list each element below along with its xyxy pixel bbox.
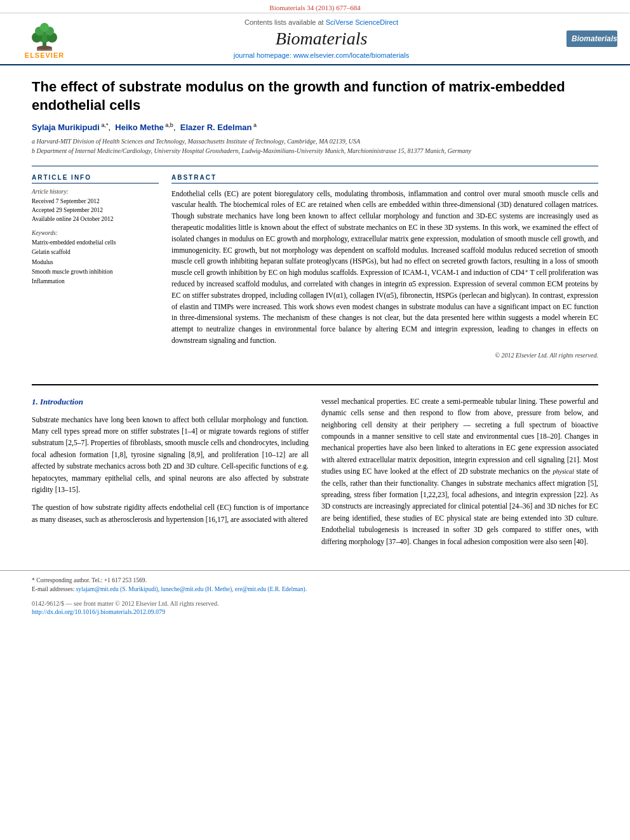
available-at-text: Contents lists available at SciVerse Sci… [83, 18, 560, 26]
body-left-col: 1. Introduction Substrate mechanics have… [32, 396, 309, 554]
sciverse-link[interactable]: SciVerse ScienceDirect [326, 18, 398, 26]
affiliation-1: a Harvard-MIT Division of Health Science… [32, 137, 598, 146]
intro-para-2: The question of how substrate rigidity a… [32, 502, 309, 525]
author-1-sup: a,* [100, 122, 109, 128]
article-info-panel: ARTICLE INFO Article history: Received 7… [32, 174, 159, 359]
elsevier-logo-area: ELSEVIER [6, 18, 83, 59]
journal-citation: Biomaterials 34 (2013) 677–684 [269, 4, 360, 11]
accepted-text: Accepted 29 September 2012 [32, 206, 159, 215]
keywords-label: Keywords: [32, 230, 159, 236]
right-col-para-1: vessel mechanical properties. EC create … [321, 396, 598, 547]
intro-heading: 1. Introduction [32, 396, 309, 409]
author-3: Elazer R. Edelman [180, 123, 252, 133]
article-info-abstract: ARTICLE INFO Article history: Received 7… [32, 166, 598, 359]
available-text: Available online 24 October 2012 [32, 215, 159, 223]
elsevier-text: ELSEVIER [25, 51, 64, 59]
biomaterials-badge: Biomaterials [566, 30, 617, 47]
biomaterials-badge-area: Biomaterials [560, 30, 624, 47]
keywords-list: Matrix-embedded endothelial cells Gelati… [32, 238, 159, 286]
authors-line: Sylaja Murikipudi a,*, Heiko Methe a,b, … [32, 122, 598, 132]
keyword-1: Matrix-embedded endothelial cells [32, 238, 159, 248]
received-text: Received 7 September 2012 [32, 197, 159, 206]
affiliations: a Harvard-MIT Division of Health Science… [32, 137, 598, 156]
affiliation-2: b Department of Internal Medicine/Cardio… [32, 146, 598, 156]
abstract-label: ABSTRACT [171, 174, 598, 183]
journal-title: Biomaterials [83, 29, 560, 49]
history-block: Article history: Received 7 September 20… [32, 189, 159, 224]
svg-point-7 [40, 23, 49, 32]
keyword-2: Gelatin scaffold [32, 248, 159, 257]
doi-line[interactable]: http://dx.doi.org/10.1016/j.biomaterials… [32, 608, 598, 615]
issn-line: 0142-9612/$ — see front matter © 2012 El… [32, 600, 598, 607]
article-title: The effect of substrate modulus on the g… [32, 78, 598, 114]
journal-center: Contents lists available at SciVerse Sci… [83, 18, 560, 59]
keyword-5: Inflammation [32, 277, 159, 286]
svg-point-9 [37, 46, 52, 50]
badge-title: Biomaterials [572, 34, 612, 43]
journal-header: ELSEVIER Contents lists available at Sci… [0, 13, 630, 65]
copyright-line: © 2012 Elsevier Ltd. All rights reserved… [171, 352, 598, 359]
author-2: Heiko Methe [115, 123, 164, 133]
article-info-label: ARTICLE INFO [32, 174, 159, 183]
footnote-area: * Corresponding author. Tel.: +1 617 253… [0, 570, 630, 618]
email-label: E-mail addresses: [32, 586, 74, 592]
article-content: The effect of substrate modulus on the g… [0, 65, 630, 384]
author-1: Sylaja Murikipudi [32, 123, 100, 133]
email-addresses[interactable]: sylajam@mit.edu (S. Murikipudi), luneche… [76, 586, 307, 592]
citation-bar: Biomaterials 34 (2013) 677–684 [0, 0, 630, 13]
email-line: E-mail addresses: sylajam@mit.edu (S. Mu… [32, 585, 598, 594]
body-two-col: 1. Introduction Substrate mechanics have… [0, 385, 630, 564]
available-at-label: Contents lists available at [245, 18, 324, 26]
journal-homepage[interactable]: journal homepage: www.elsevier.com/locat… [83, 51, 560, 59]
history-label: Article history: [32, 189, 159, 195]
intro-para-1: Substrate mechanics have long been known… [32, 414, 309, 496]
elsevier-logo [16, 18, 73, 50]
author-3-sup: a [251, 122, 257, 128]
author-2-sup: a,b [164, 122, 173, 128]
abstract-text: Endothelial cells (EC) are potent bioreg… [171, 189, 598, 347]
corresponding-author: * Corresponding author. Tel.: +1 617 253… [32, 576, 598, 585]
keywords-block: Keywords: Matrix-embedded endothelial ce… [32, 230, 159, 286]
abstract-panel: ABSTRACT Endothelial cells (EC) are pote… [171, 174, 598, 359]
body-right-col: vessel mechanical properties. EC create … [321, 396, 598, 554]
keyword-4: Smooth muscle growth inhibition [32, 267, 159, 277]
keyword-3: Modulus [32, 258, 159, 267]
elsevier-tree-icon [19, 17, 70, 52]
